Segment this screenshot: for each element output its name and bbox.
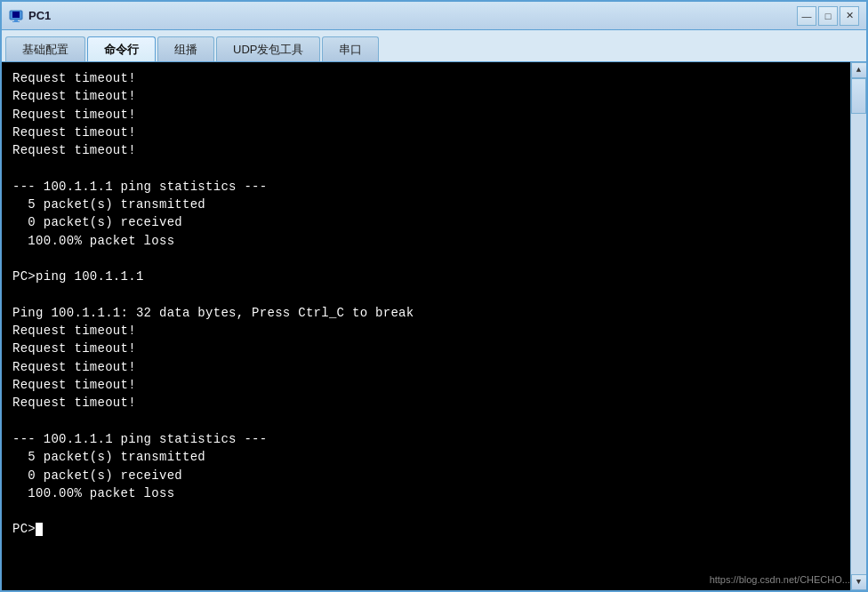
tab-bar: 基础配置 命令行 组播 UDP发包工具 串口 (2, 30, 866, 62)
tab-multicast[interactable]: 组播 (157, 36, 214, 61)
window-icon (9, 9, 23, 23)
tab-cmd[interactable]: 命令行 (87, 36, 156, 61)
tab-basic[interactable]: 基础配置 (5, 36, 85, 61)
scrollbar-track-area (851, 78, 866, 574)
scroll-down-button[interactable]: ▼ (851, 574, 867, 590)
terminal-cursor (36, 523, 43, 536)
tab-serial[interactable]: 串口 (322, 36, 379, 61)
svg-rect-3 (12, 21, 20, 22)
content-area: Request timeout! Request timeout! Reques… (2, 62, 866, 590)
scrollbar-thumb[interactable] (851, 78, 866, 114)
close-button[interactable]: ✕ (840, 6, 859, 26)
terminal-output[interactable]: Request timeout! Request timeout! Reques… (2, 62, 850, 590)
title-bar-left: PC1 (9, 9, 51, 23)
svg-rect-2 (14, 20, 18, 21)
maximize-button[interactable]: □ (818, 6, 838, 26)
tab-udp[interactable]: UDP发包工具 (216, 36, 320, 61)
scrollbar[interactable]: ▲ ▼ (850, 62, 866, 590)
scroll-up-button[interactable]: ▲ (851, 62, 867, 78)
svg-rect-1 (12, 12, 20, 18)
main-window: PC1 — □ ✕ 基础配置 命令行 组播 UDP发包工具 串口 Request… (0, 0, 868, 592)
title-bar: PC1 — □ ✕ (2, 2, 866, 30)
window-title: PC1 (28, 9, 51, 22)
minimize-button[interactable]: — (797, 6, 816, 26)
title-bar-controls: — □ ✕ (797, 6, 859, 26)
